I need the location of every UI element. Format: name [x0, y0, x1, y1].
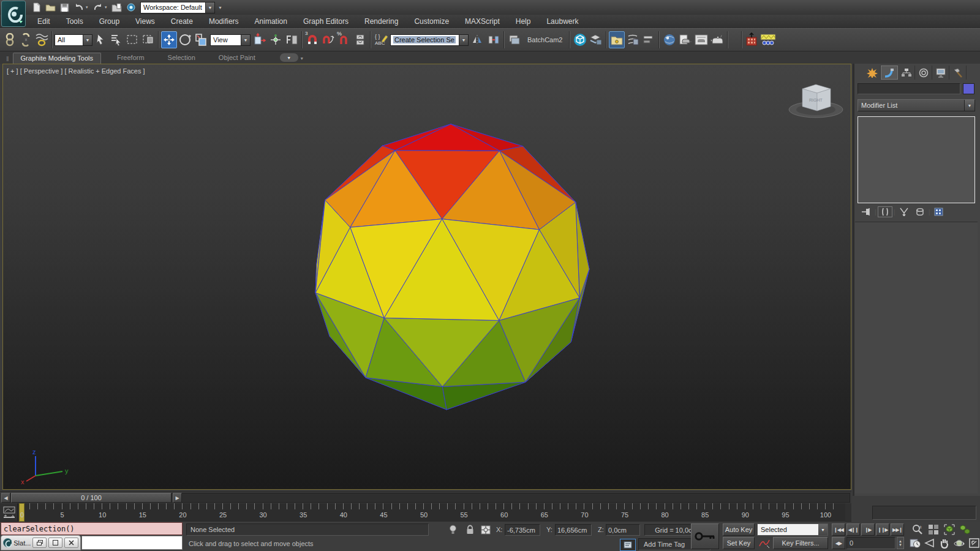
time-slider-next-arrow[interactable]: ▶	[173, 493, 182, 503]
application-menu-button[interactable]	[1, 1, 26, 27]
rendered-frame-window-icon[interactable]	[693, 31, 709, 48]
maximize-viewport-toggle[interactable]	[967, 537, 980, 549]
undo-icon[interactable]	[72, 1, 85, 13]
laubwerk-import-icon[interactable]	[744, 31, 760, 48]
menu-edit[interactable]: Edit	[29, 15, 58, 28]
select-and-scale-icon[interactable]	[193, 31, 209, 48]
workspace-combo-arrow[interactable]: ▼	[205, 2, 214, 13]
z-coordinate-field[interactable]: 0,0cm	[606, 524, 640, 536]
menu-help[interactable]: Help	[508, 15, 539, 28]
menu-modifiers[interactable]: Modifiers	[201, 15, 247, 28]
select-and-move-icon[interactable]	[161, 31, 177, 48]
selection-set-arrow[interactable]: ▼	[818, 524, 827, 535]
viewcube[interactable]: RIGHT	[789, 84, 843, 118]
zoom-icon[interactable]: ±	[910, 523, 925, 536]
window-crossing-icon[interactable]	[140, 31, 156, 48]
object-color-swatch[interactable]	[963, 83, 974, 94]
edit-named-selection-sets-icon[interactable]: ABC{ }	[373, 31, 389, 48]
viewport-label[interactable]: [ + ] [ Perspective ] [ Realistic + Edge…	[7, 67, 145, 75]
pan-hand-icon[interactable]	[937, 537, 952, 549]
play-button[interactable]: ❙▶	[861, 523, 875, 536]
manage-layers-icon[interactable]	[588, 31, 604, 48]
menu-animation[interactable]: Animation	[247, 15, 295, 28]
selection-lock-icon[interactable]	[462, 523, 477, 536]
bind-to-space-warp-icon[interactable]	[34, 31, 50, 48]
maxscript-input-line[interactable]	[81, 536, 183, 550]
render-setup-icon[interactable]	[677, 31, 693, 48]
viewcube-face-label[interactable]: RIGHT	[809, 98, 823, 102]
tab-freeform[interactable]: Freeform	[110, 53, 152, 64]
ribbon-minimize-arrow[interactable]: ▾	[301, 56, 303, 64]
rectangular-selection-region-icon[interactable]	[124, 31, 140, 48]
select-object-icon[interactable]	[92, 31, 108, 48]
zoom-extents-all-icon[interactable]	[958, 523, 973, 536]
quick-access-overflow-arrow[interactable]: ▼	[218, 6, 223, 10]
named-selection-sets-combo[interactable]: Create Selection Se ▼	[390, 34, 469, 46]
align-icon[interactable]	[486, 31, 502, 48]
time-slider-prev-arrow[interactable]: ◀	[1, 493, 10, 503]
menu-create[interactable]: Create	[163, 15, 201, 28]
select-by-name-icon[interactable]	[108, 31, 124, 48]
save-file-icon[interactable]	[58, 1, 71, 13]
workspaces-icon[interactable]	[124, 1, 137, 13]
go-to-start-button[interactable]: ❙◀◀	[832, 523, 845, 536]
configure-modifier-sets-icon[interactable]	[932, 206, 946, 217]
select-and-manipulate-icon[interactable]	[268, 31, 284, 48]
remove-modifier-icon[interactable]	[913, 206, 927, 217]
panel-splitter[interactable]	[853, 64, 854, 496]
selection-filter-combo[interactable]: All ▼	[55, 34, 92, 46]
time-tag-icon[interactable]	[620, 539, 636, 551]
slate-minimize-button[interactable]	[48, 538, 62, 548]
track-bar[interactable]: 0510152025303540455055606570758085909510…	[0, 503, 851, 522]
tab-hierarchy-icon[interactable]	[898, 66, 915, 80]
schematic-view-icon[interactable]	[625, 31, 641, 48]
menu-group[interactable]: Group	[91, 15, 127, 28]
undo-dropdown-arrow[interactable]: ▾	[86, 5, 91, 10]
tab-display-icon[interactable]	[932, 66, 949, 80]
curve-editor-icon[interactable]	[609, 31, 625, 48]
modifier-list-dropdown[interactable]: Modifier List ▼	[858, 99, 975, 111]
new-file-icon[interactable]	[30, 1, 43, 13]
angle-snap-toggle-icon[interactable]	[320, 31, 336, 48]
slate-restore-button[interactable]	[32, 538, 47, 548]
frame-spinner[interactable]: ▲▼	[897, 537, 904, 549]
snaps-toggle-icon[interactable]: 3	[304, 31, 320, 48]
tab-selection[interactable]: Selection	[160, 53, 203, 64]
tab-create-icon[interactable]	[864, 66, 881, 80]
x-coordinate-field[interactable]: -6,735cm	[505, 524, 540, 536]
select-and-link-icon[interactable]	[2, 31, 18, 48]
scene-explorer-icon[interactable]	[572, 31, 588, 48]
tab-motion-icon[interactable]	[915, 66, 932, 80]
y-coordinate-field[interactable]: 16,656cm	[555, 524, 592, 536]
rollout-area[interactable]	[855, 222, 978, 493]
render-production-icon[interactable]	[709, 31, 725, 48]
ribbon-minimize-toggle[interactable]: ▼	[280, 53, 298, 62]
next-frame-button[interactable]: ❙❙▶	[876, 523, 889, 536]
redo-icon[interactable]	[91, 1, 104, 13]
batchcam-label[interactable]: BatchCam2	[522, 36, 567, 43]
tab-modify-icon[interactable]	[881, 66, 898, 80]
menu-rendering[interactable]: Rendering	[356, 15, 406, 28]
default-tangent-icon[interactable]	[757, 537, 772, 549]
zoom-all-icon[interactable]	[926, 523, 941, 536]
field-of-view-icon[interactable]	[922, 537, 937, 549]
slate-close-button[interactable]	[64, 538, 78, 548]
layer-manager-icon[interactable]	[507, 31, 522, 48]
object-name-field[interactable]	[858, 83, 960, 94]
current-frame-field[interactable]	[846, 537, 895, 549]
redo-dropdown-arrow[interactable]: ▾	[105, 5, 110, 10]
keyboard-shortcut-override-icon[interactable]	[284, 31, 300, 48]
percent-snap-toggle-icon[interactable]: %	[336, 31, 352, 48]
use-pivot-point-center-icon[interactable]	[252, 31, 268, 48]
modifier-list-arrow[interactable]: ▼	[964, 100, 974, 111]
array-icon[interactable]	[641, 31, 657, 48]
viewport-canvas[interactable]: RIGHT z y x	[3, 64, 851, 489]
ribbon-grip[interactable]: ‖	[0, 55, 13, 64]
selection-filter-arrow[interactable]: ▼	[83, 35, 92, 45]
select-and-rotate-icon[interactable]	[177, 31, 193, 48]
material-editor-icon[interactable]	[662, 31, 677, 48]
modifier-stack[interactable]	[858, 116, 975, 203]
selection-set-dropdown[interactable]: Selected ▼	[757, 523, 828, 536]
menu-views[interactable]: Views	[127, 15, 163, 28]
workspace-combo[interactable]: Workspace: Default ▼	[140, 2, 215, 13]
